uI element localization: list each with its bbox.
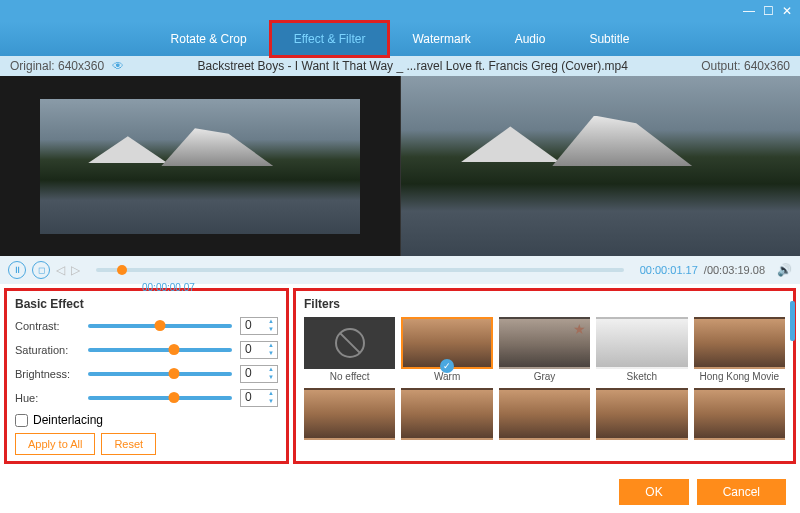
prev-frame-button[interactable]: ◁ — [56, 263, 65, 277]
saturation-label: Saturation: — [15, 344, 80, 356]
hue-input[interactable]: 0▲▼ — [240, 389, 278, 407]
contrast-down[interactable]: ▼ — [266, 326, 276, 334]
brightness-input[interactable]: 0▲▼ — [240, 365, 278, 383]
saturation-input[interactable]: 0▲▼ — [240, 341, 278, 359]
output-thumbnail — [401, 76, 801, 256]
hue-label: Hue: — [15, 392, 80, 404]
filter-item[interactable] — [596, 388, 687, 440]
next-frame-button[interactable]: ▷ — [71, 263, 80, 277]
pause-button[interactable]: ⏸ — [8, 261, 26, 279]
cancel-button[interactable]: Cancel — [697, 479, 786, 505]
time-elapsed-below: 00:00:00.07 — [142, 282, 195, 293]
contrast-input[interactable]: 0▲▼ — [240, 317, 278, 335]
playback-controls: ⏸ ◻ ◁ ▷ 00:00:01.17/00:03:19.08 🔊 — [0, 256, 800, 284]
scrollbar[interactable] — [790, 301, 795, 341]
tab-subtitle[interactable]: Subtitle — [567, 23, 651, 55]
filters-title: Filters — [304, 297, 785, 311]
tab-watermark[interactable]: Watermark — [390, 23, 492, 55]
filter-item[interactable] — [401, 388, 492, 440]
ok-button[interactable]: OK — [619, 479, 688, 505]
tab-rotate-crop[interactable]: Rotate & Crop — [149, 23, 269, 55]
apply-to-all-button[interactable]: Apply to All — [15, 433, 95, 455]
timeline-thumb[interactable] — [117, 265, 127, 275]
filter-item[interactable] — [694, 388, 785, 440]
tab-effect-filter[interactable]: Effect & Filter — [269, 20, 391, 58]
eye-icon[interactable]: 👁 — [112, 59, 124, 73]
contrast-thumb[interactable] — [155, 320, 166, 331]
tab-bar: Rotate & Crop Effect & Filter Watermark … — [0, 22, 800, 56]
preview-original — [0, 76, 401, 256]
brightness-slider[interactable] — [88, 372, 232, 376]
contrast-up[interactable]: ▲ — [266, 318, 276, 326]
preview-output — [401, 76, 801, 256]
file-title: Backstreet Boys - I Want It That Way _ .… — [124, 59, 701, 73]
saturation-thumb[interactable] — [169, 344, 180, 355]
footer-buttons: OK Cancel — [619, 479, 786, 505]
filter-warm[interactable]: ✓ — [401, 317, 492, 369]
deinterlacing-checkbox[interactable] — [15, 414, 28, 427]
star-icon: ★ — [573, 321, 586, 337]
titlebar: — ☐ ✕ — [0, 0, 800, 22]
contrast-label: Contrast: — [15, 320, 80, 332]
filters-panel: Filters No effect ✓Warm ★Gray Sketch Hon… — [293, 288, 796, 464]
filter-label: No effect — [304, 371, 395, 382]
filter-gray[interactable]: ★ — [499, 317, 590, 369]
filter-item[interactable] — [499, 388, 590, 440]
minimize-button[interactable]: — — [743, 4, 755, 18]
filter-no-effect[interactable] — [304, 317, 395, 369]
maximize-button[interactable]: ☐ — [763, 4, 774, 18]
filter-sketch[interactable] — [596, 317, 687, 369]
filter-label: Gray — [499, 371, 590, 382]
output-size-label: Output: 640x360 — [701, 59, 790, 73]
contrast-slider[interactable] — [88, 324, 232, 328]
preview-area — [0, 76, 800, 256]
time-current: 00:00:01.17 — [640, 264, 698, 276]
original-thumbnail — [40, 99, 360, 234]
check-icon: ✓ — [440, 359, 454, 373]
time-total: /00:03:19.08 — [704, 264, 765, 276]
info-bar: Original: 640x360 👁 Backstreet Boys - I … — [0, 56, 800, 76]
hue-thumb[interactable] — [169, 392, 180, 403]
brightness-thumb[interactable] — [169, 368, 180, 379]
basic-effect-panel: Basic Effect Contrast: 0▲▼ Saturation: 0… — [4, 288, 289, 464]
timeline-slider[interactable] — [96, 268, 624, 272]
filter-label: Hong Kong Movie — [694, 371, 785, 382]
close-button[interactable]: ✕ — [782, 4, 792, 18]
volume-icon[interactable]: 🔊 — [777, 263, 792, 277]
hue-slider[interactable] — [88, 396, 232, 400]
reset-button[interactable]: Reset — [101, 433, 156, 455]
deinterlacing-label: Deinterlacing — [33, 413, 103, 427]
tab-audio[interactable]: Audio — [493, 23, 568, 55]
brightness-label: Brightness: — [15, 368, 80, 380]
filter-hongkong[interactable] — [694, 317, 785, 369]
filter-label: Sketch — [596, 371, 687, 382]
original-size-label: Original: 640x360 — [10, 59, 104, 73]
saturation-slider[interactable] — [88, 348, 232, 352]
basic-effect-title: Basic Effect — [15, 297, 278, 311]
stop-button[interactable]: ◻ — [32, 261, 50, 279]
filter-item[interactable] — [304, 388, 395, 440]
